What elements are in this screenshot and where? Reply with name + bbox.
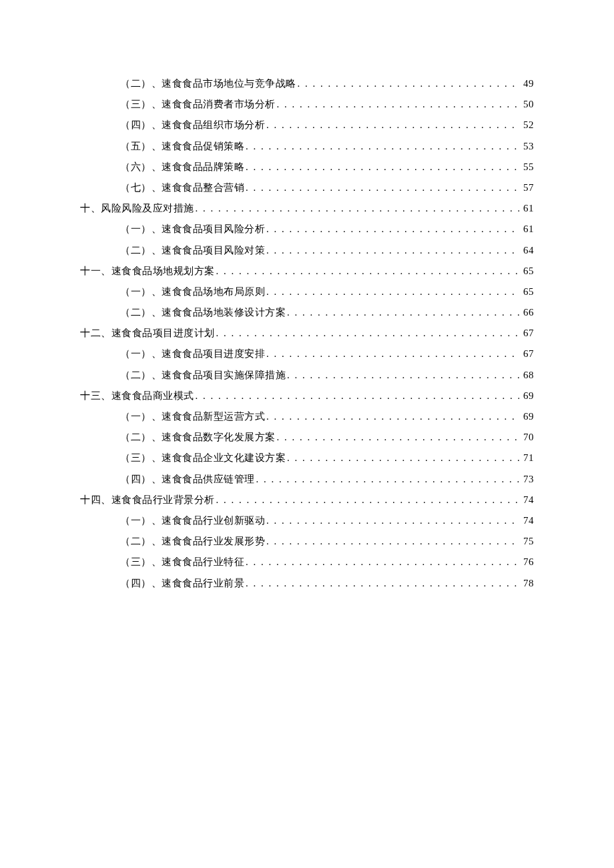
toc-leader-dots xyxy=(266,282,519,302)
toc-entry-label: （二）、速食食品行业发展形势 xyxy=(120,531,265,552)
toc-entry-page: 61 xyxy=(521,219,534,240)
toc-entry-label: （一）、速食食品新型运营方式 xyxy=(120,406,265,427)
toc-entry-label: （三）、速食食品行业特征 xyxy=(120,552,244,572)
toc-entry: （二）、速食食品行业发展形势75 xyxy=(80,531,534,552)
toc-entry: （一）、速食食品新型运营方式69 xyxy=(80,406,534,427)
toc-entry: （四）、速食食品组织市场分析52 xyxy=(80,115,534,135)
toc-entry-page: 74 xyxy=(521,490,534,510)
toc-leader-dots xyxy=(246,552,519,572)
toc-entry: （二）、速食食品数字化发展方案70 xyxy=(80,427,534,448)
toc-entry: （六）、速食食品品牌策略55 xyxy=(80,157,534,177)
toc-entry-label: （一）、速食食品场地布局原则 xyxy=(120,282,265,302)
toc-entry-label: （三）、速食食品企业文化建设方案 xyxy=(120,448,286,468)
toc-entry: （七）、速食食品整合营销57 xyxy=(80,177,534,198)
toc-leader-dots xyxy=(246,157,519,177)
toc-entry-label: （一）、速食食品项目进度安排 xyxy=(120,344,265,364)
toc-entry-page: 74 xyxy=(521,510,534,531)
toc-leader-dots xyxy=(216,261,520,282)
toc-entry: （二）、速食食品项目实施保障措施68 xyxy=(80,365,534,386)
toc-leader-dots xyxy=(256,469,520,490)
toc-entry-page: 61 xyxy=(521,198,534,219)
toc-entry-page: 69 xyxy=(521,386,534,406)
toc-entry-label: 十、风险风险及应对措施 xyxy=(80,198,194,219)
toc-entry: （五）、速食食品促销策略53 xyxy=(80,136,534,157)
toc-entry-page: 75 xyxy=(521,531,534,552)
toc-entry-page: 69 xyxy=(521,406,534,427)
toc-entry-page: 50 xyxy=(521,94,534,115)
toc-leader-dots xyxy=(287,302,519,323)
toc-leader-dots xyxy=(246,177,519,198)
toc-entry-page: 76 xyxy=(521,552,534,572)
toc-leader-dots xyxy=(266,344,519,364)
toc-entry: （一）、速食食品场地布局原则65 xyxy=(80,282,534,302)
toc-entry: （二）、速食食品市场地位与竞争战略49 xyxy=(80,73,534,94)
toc-entry-label: （四）、速食食品组织市场分析 xyxy=(120,115,265,135)
toc-leader-dots xyxy=(287,365,519,386)
toc-entry-label: （三）、速食食品消费者市场分析 xyxy=(120,94,276,115)
toc-entry-page: 67 xyxy=(521,344,534,364)
toc-entry-label: （二）、速食食品场地装修设计方案 xyxy=(120,302,286,323)
toc-entry: （三）、速食食品行业特征76 xyxy=(80,552,534,572)
toc-entry-label: （五）、速食食品促销策略 xyxy=(120,136,244,157)
toc-entry-label: （二）、速食食品市场地位与竞争战略 xyxy=(120,73,296,94)
toc-entry-page: 78 xyxy=(521,573,534,594)
toc-entry-page: 70 xyxy=(521,427,534,448)
toc-entry-label: （一）、速食食品行业创新驱动 xyxy=(120,510,265,531)
toc-entry-label: （一）、速食食品项目风险分析 xyxy=(120,219,265,240)
toc-entry-label: 十四、速食食品行业背景分析 xyxy=(80,490,215,510)
toc-entry: 十四、速食食品行业背景分析74 xyxy=(80,490,534,510)
toc-entry-label: 十一、速食食品场地规划方案 xyxy=(80,261,215,282)
toc-entry: （二）、速食食品项目风险对策64 xyxy=(80,240,534,261)
toc-leader-dots xyxy=(246,573,519,594)
toc-leader-dots xyxy=(196,198,520,219)
toc-entry: （二）、速食食品场地装修设计方案66 xyxy=(80,302,534,323)
toc-leader-dots xyxy=(246,136,519,157)
toc-leader-dots xyxy=(298,73,520,94)
toc-entry: 十三、速食食品商业模式69 xyxy=(80,386,534,406)
toc-entry-label: 十三、速食食品商业模式 xyxy=(80,386,194,406)
toc-leader-dots xyxy=(287,448,519,468)
toc-entry: （四）、速食食品供应链管理73 xyxy=(80,469,534,490)
toc-leader-dots xyxy=(216,323,520,344)
toc-entry-label: （四）、速食食品供应链管理 xyxy=(120,469,255,490)
toc-entry: 十一、速食食品场地规划方案65 xyxy=(80,261,534,282)
toc-entry-page: 65 xyxy=(521,261,534,282)
toc-entry-page: 57 xyxy=(521,177,534,198)
toc-leader-dots xyxy=(266,531,519,552)
toc-entry-label: （四）、速食食品行业前景 xyxy=(120,573,244,594)
toc-leader-dots xyxy=(266,510,519,531)
toc-entry-label: （二）、速食食品数字化发展方案 xyxy=(120,427,276,448)
toc-leader-dots xyxy=(196,386,520,406)
toc-leader-dots xyxy=(266,406,519,427)
toc-leader-dots xyxy=(266,240,519,261)
toc-leader-dots xyxy=(277,427,520,448)
toc-entry-page: 55 xyxy=(521,157,534,177)
toc-entry-label: （六）、速食食品品牌策略 xyxy=(120,157,244,177)
toc-entry-label: （二）、速食食品项目风险对策 xyxy=(120,240,265,261)
toc-entry-page: 53 xyxy=(521,136,534,157)
toc-entry-page: 49 xyxy=(521,73,534,94)
toc-entry-label: （二）、速食食品项目实施保障措施 xyxy=(120,365,286,386)
toc-entry-page: 73 xyxy=(521,469,534,490)
toc-entry: （三）、速食食品消费者市场分析50 xyxy=(80,94,534,115)
toc-entry: （一）、速食食品行业创新驱动74 xyxy=(80,510,534,531)
toc-entry: （四）、速食食品行业前景78 xyxy=(80,573,534,594)
toc-entry-page: 71 xyxy=(521,448,534,468)
toc-leader-dots xyxy=(216,490,520,510)
toc-entry-page: 68 xyxy=(521,365,534,386)
toc-entry: （一）、速食食品项目风险分析61 xyxy=(80,219,534,240)
toc-leader-dots xyxy=(266,219,519,240)
toc-entry-page: 65 xyxy=(521,282,534,302)
toc-entry: 十、风险风险及应对措施61 xyxy=(80,198,534,219)
toc-entry: （一）、速食食品项目进度安排67 xyxy=(80,344,534,364)
toc-entry: 十二、速食食品项目进度计划67 xyxy=(80,323,534,344)
toc-entry-page: 66 xyxy=(521,302,534,323)
toc-entry-page: 67 xyxy=(521,323,534,344)
toc-entry-label: 十二、速食食品项目进度计划 xyxy=(80,323,215,344)
toc-leader-dots xyxy=(277,94,520,115)
toc-entry-label: （七）、速食食品整合营销 xyxy=(120,177,244,198)
toc-entry: （三）、速食食品企业文化建设方案71 xyxy=(80,448,534,468)
table-of-contents: （二）、速食食品市场地位与竞争战略49（三）、速食食品消费者市场分析50（四）、… xyxy=(80,73,534,594)
toc-leader-dots xyxy=(266,115,519,135)
toc-entry-page: 52 xyxy=(521,115,534,135)
